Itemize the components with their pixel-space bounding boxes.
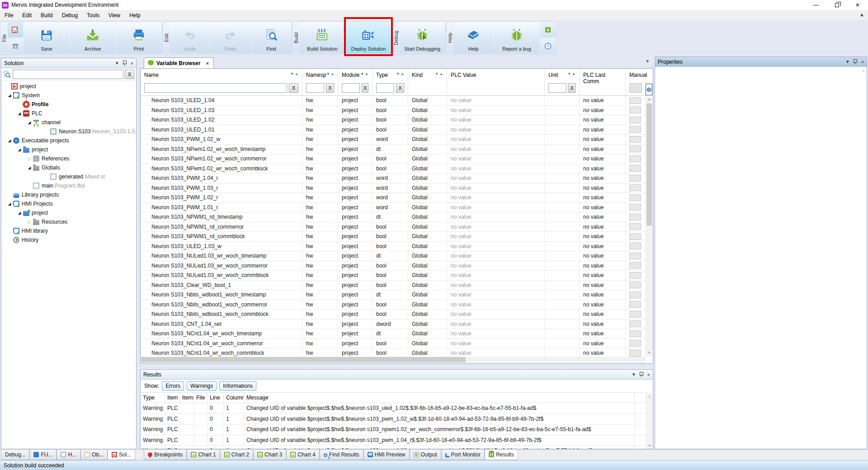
variable-row[interactable]: Neuron S103_NPwm1.02_wr_woch_commerror h… (141, 154, 646, 164)
tab-overflow-icon[interactable]: ▾ (646, 58, 649, 64)
results-filter-toggle[interactable]: Errors (162, 381, 184, 390)
tab-close-icon[interactable]: × (206, 61, 208, 66)
build-solution-button[interactable]: Build Solution (300, 22, 345, 54)
variable-row[interactable]: Neuron S103_CNT_1.04_set hw project dwor… (141, 320, 646, 329)
panel-tab[interactable]: Ob... (80, 450, 108, 460)
tree-item[interactable]: Executable projects (1, 136, 136, 145)
variable-row[interactable]: Neuron S103_NPWM1_rd_commblock hw projec… (141, 232, 646, 242)
results-column-header[interactable]: Message (244, 392, 635, 403)
filter-module-input[interactable] (342, 83, 360, 93)
variable-row[interactable]: Neuron S103_NCnt1.04_wr_woch_timestamp h… (141, 329, 646, 339)
results-column-header[interactable]: Items (180, 392, 194, 403)
sort-desc-icon[interactable]: ▼ (567, 72, 571, 76)
menu-item[interactable]: Build (36, 10, 57, 20)
panel-close-icon[interactable]: × (131, 61, 133, 66)
variable-row[interactable]: Neuron S103_NULed1.03_wr_woch_timestamp … (141, 251, 646, 261)
tool-window-tab[interactable]: Breakpoints (144, 450, 187, 460)
tree-item[interactable]: PLC (1, 109, 136, 118)
panel-close-icon[interactable]: × (647, 372, 650, 377)
manual-checkbox[interactable] (629, 291, 641, 298)
deploy-solution-button[interactable]: Deploy Solution (346, 22, 391, 54)
filter-name-input[interactable] (144, 83, 287, 93)
menu-item[interactable]: Help (125, 10, 145, 20)
hscroll-thumb[interactable] (141, 357, 466, 362)
manual-checkbox[interactable] (629, 301, 641, 308)
report-bug-button[interactable]: Report a bug (494, 22, 539, 54)
new-report-button[interactable] (8, 22, 23, 38)
column-header[interactable]: Unit ▼▲ (545, 69, 580, 82)
variable-row[interactable]: Neuron S103_NULed1.03_wr_woch_commerror … (141, 261, 646, 271)
results-column-header[interactable]: File (194, 392, 208, 403)
archive-small-button[interactable] (8, 38, 23, 54)
variable-row[interactable]: Neuron S103_ULED_1.03_w hw project bool … (141, 242, 646, 252)
results-row[interactable]: Warning PLC 0 1 Changed UID of variable … (141, 435, 646, 446)
manual-checkbox[interactable] (629, 253, 641, 259)
solution-search-input[interactable] (13, 70, 123, 79)
minimize-button[interactable]: — (806, 0, 826, 10)
tool-window-tab[interactable]: Chart 2 (220, 450, 253, 460)
tool-window-tab[interactable]: Chart 4 (286, 450, 319, 460)
column-header[interactable]: Kind ▼▲ (408, 69, 447, 82)
tree-item[interactable]: generated.Mixed.st (1, 172, 136, 181)
menu-item[interactable]: View (104, 10, 125, 20)
tab-variable-browser[interactable]: Variable Browser × (144, 57, 214, 68)
panel-tab[interactable]: Debug... (1, 450, 29, 460)
panel-menu-icon[interactable]: ▾ (632, 371, 635, 377)
tree-item[interactable]: Neuron S103.Neuron_S103.1.0.v2_2 (1, 127, 136, 136)
column-header[interactable]: PLC Last Comm ▼▲ (580, 69, 626, 82)
variable-row[interactable]: Neuron S103_Nbits_wdboot1_woch_timestamp… (141, 290, 646, 300)
pin-icon[interactable] (123, 61, 127, 66)
variable-row[interactable]: Neuron S103_Clear_WD_boot_1 hw project b… (141, 281, 646, 291)
results-row[interactable]: Warning PLC 0 1 Changed UID of variable … (141, 424, 646, 435)
column-header[interactable]: Name ▼▲ (141, 69, 302, 82)
variable-row[interactable]: Neuron S103_NCnt1.04_wr_woch_commerror h… (141, 339, 646, 349)
results-column-header[interactable] (635, 392, 646, 403)
results-filter-toggle[interactable]: Warnings (187, 381, 217, 390)
sort-desc-icon[interactable]: ▼ (290, 72, 294, 76)
results-row[interactable]: Warning PLC 0 1 Changed UID of variable … (141, 403, 646, 414)
sort-asc-icon[interactable]: ▲ (365, 72, 368, 76)
print-button[interactable]: Print (116, 22, 161, 54)
column-header[interactable]: Module ▼▲ (338, 69, 373, 82)
tree-item[interactable]: References (1, 154, 136, 163)
help-button[interactable]: Help (453, 22, 493, 54)
panel-tab[interactable]: FU... (29, 450, 57, 460)
tree-item[interactable]: System (1, 91, 136, 100)
pin-icon[interactable] (639, 372, 643, 377)
tree-expander-icon[interactable] (6, 138, 13, 143)
manual-checkbox[interactable] (629, 165, 641, 172)
tree-item[interactable]: main.Program.fbd (1, 181, 136, 190)
variable-row[interactable]: Neuron S103_ULED_1.04 hw project bool Gl… (141, 96, 646, 106)
tree-item[interactable]: Profile (1, 100, 136, 109)
scroll-up-icon[interactable]: ▲ (646, 96, 652, 103)
quick-help-button[interactable]: ? (540, 38, 556, 54)
tree-item[interactable]: project (1, 145, 136, 154)
sort-asc-icon[interactable]: ▲ (295, 72, 298, 76)
manual-checkbox[interactable] (629, 272, 641, 279)
variable-row[interactable]: Neuron S103_PWM_1.01_r hw project word G… (141, 203, 646, 213)
variable-row[interactable]: Neuron S103_NULed1.03_wr_woch_commblock … (141, 271, 646, 281)
manual-checkbox[interactable] (629, 233, 641, 240)
tree-item[interactable]: Resources (1, 217, 136, 226)
variable-row[interactable]: Neuron S103_Nbits_wdboot1_woch_commblock… (141, 310, 646, 320)
vscroll-thumb[interactable] (646, 103, 652, 226)
tree-expander-icon[interactable] (26, 156, 33, 161)
find-button[interactable]: Find (251, 22, 291, 54)
archive-button[interactable]: Archive (70, 22, 115, 54)
manual-checkbox[interactable] (629, 350, 641, 357)
tree-expander-icon[interactable] (26, 120, 33, 125)
start-debugging-button[interactable]: Start Debugging (400, 22, 445, 54)
tree-expander-icon[interactable] (16, 111, 23, 116)
sort-desc-icon[interactable]: ▼ (435, 72, 439, 76)
column-header[interactable]: Type ▼▲ (373, 69, 408, 82)
pin-icon[interactable] (853, 59, 857, 65)
panel-close-icon[interactable]: × (861, 59, 864, 65)
sort-asc-icon[interactable]: ▲ (439, 72, 443, 76)
filter-module-clear-button[interactable]: X (362, 83, 368, 93)
variable-table-vscrollbar[interactable]: ▲ ▼ (646, 96, 652, 356)
manual-checkbox[interactable] (629, 97, 641, 104)
tree-expander-icon[interactable] (6, 202, 13, 206)
variable-row[interactable]: Neuron S103_PWM_1.03_r hw project word G… (141, 183, 646, 193)
tool-window-tab[interactable]: Output (410, 450, 441, 460)
sort-asc-icon[interactable]: ▲ (331, 72, 335, 76)
